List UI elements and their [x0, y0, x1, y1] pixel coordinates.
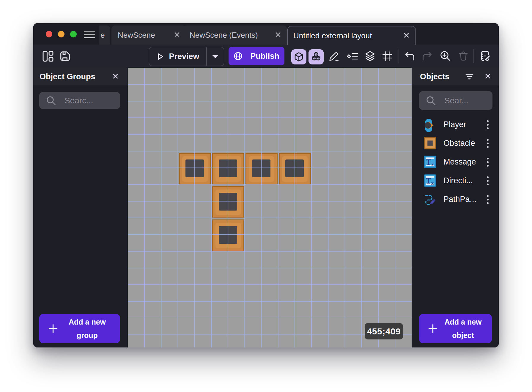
add-object-button[interactable]: Add a new object: [419, 314, 492, 343]
grid-overlay: [128, 68, 412, 347]
object-row-pathpa[interactable]: PathPa...: [412, 190, 499, 209]
kebab-menu-icon[interactable]: [486, 195, 489, 205]
edit-scene-properties-button[interactable]: [479, 50, 492, 63]
search-icon: [426, 96, 436, 106]
save-button[interactable]: [59, 50, 72, 63]
toolbar-separator: [399, 49, 399, 63]
tab-untitled-external-layout[interactable]: Untitled external layout: [287, 26, 416, 45]
object-row-obstacle[interactable]: Obstacle: [412, 134, 499, 153]
titlebar: e NewScene NewScene (Events) Untitled ex…: [33, 23, 499, 45]
publish-label: Publish: [250, 52, 279, 61]
text-object-icon: Tx: [424, 156, 437, 169]
svg-text:T: T: [426, 176, 431, 185]
player-icon: [424, 118, 437, 131]
tab-close-icon[interactable]: [275, 31, 282, 39]
tab-label: NewScene (Events): [190, 31, 258, 40]
instances-editor-toggle[interactable]: [309, 49, 324, 64]
toolbar-separator: [473, 49, 474, 63]
svg-text:T: T: [426, 158, 431, 167]
object-groups-search[interactable]: [39, 92, 120, 109]
scene-canvas[interactable]: 455;409: [128, 68, 412, 347]
delete-button[interactable]: [457, 50, 470, 63]
object-groups-panel: Object Groups Add a new group: [33, 68, 128, 347]
add-object-label: Add a new object: [438, 315, 492, 342]
layout-panels-button[interactable]: [41, 50, 54, 63]
page: e NewScene NewScene (Events) Untitled ex…: [0, 0, 532, 392]
tab-label: NewScene: [118, 31, 155, 40]
cursor-coordinates-badge: 455;409: [365, 323, 403, 339]
kebab-menu-icon[interactable]: [486, 176, 489, 186]
grid-button[interactable]: [381, 50, 394, 63]
objects-header: Objects: [412, 68, 499, 86]
play-icon: [156, 53, 164, 61]
text-object-icon: Tx: [424, 174, 437, 187]
content: Object Groups Add a new group 455;409 Ob…: [33, 68, 499, 347]
minimize-window-button[interactable]: [58, 31, 64, 37]
traffic-lights: [46, 31, 77, 37]
object-label: Directi...: [443, 176, 473, 185]
layers-button[interactable]: [363, 50, 377, 63]
gdevelop-window: e NewScene NewScene (Events) Untitled ex…: [33, 23, 499, 347]
path-painter-icon: [424, 193, 437, 206]
preview-dropdown-button[interactable]: [206, 47, 224, 66]
plus-icon: [48, 324, 58, 333]
kebab-menu-icon[interactable]: [486, 138, 489, 148]
object-label: Message: [443, 157, 476, 167]
object-row-directi[interactable]: TxDirecti...: [412, 171, 499, 190]
globe-icon: [234, 52, 243, 61]
object-groups-search-input[interactable]: [64, 96, 120, 105]
tab-newscene[interactable]: NewScene: [111, 26, 186, 45]
object-row-player[interactable]: Player: [412, 115, 499, 134]
tab-close-icon[interactable]: [174, 31, 181, 39]
preview-split-button: Preview: [149, 47, 224, 66]
close-window-button[interactable]: [46, 31, 52, 37]
svg-text:x: x: [431, 180, 434, 186]
objects-panel: Objects PlayerObstacleTxMessageTxDirecti…: [412, 68, 499, 347]
tab-partial-label: e: [100, 31, 105, 40]
objects-editor-toggle[interactable]: [291, 49, 306, 64]
preview-button[interactable]: Preview: [149, 47, 206, 66]
kebab-menu-icon[interactable]: [486, 157, 489, 167]
object-label: Player: [443, 120, 466, 129]
tab-close-icon[interactable]: [403, 32, 411, 39]
preview-label: Preview: [169, 52, 199, 61]
tab-label: Untitled external layout: [293, 31, 372, 40]
object-groups-header: Object Groups: [33, 68, 128, 86]
object-row-message[interactable]: TxMessage: [412, 153, 499, 171]
objects-search-input[interactable]: [444, 96, 492, 105]
objects-list: PlayerObstacleTxMessageTxDirecti...PathP…: [412, 115, 499, 209]
close-icon[interactable]: [484, 73, 492, 80]
instances-list-button[interactable]: [346, 50, 359, 63]
object-label: Obstacle: [443, 139, 475, 148]
edit-pencil-button[interactable]: [328, 50, 341, 63]
toolbar: Preview Publish: [33, 45, 499, 68]
add-group-label: Add a new group: [58, 315, 120, 342]
plus-icon: [428, 324, 438, 333]
add-group-button[interactable]: Add a new group: [39, 314, 120, 343]
objects-title: Objects: [420, 72, 449, 81]
search-icon: [46, 96, 56, 106]
zoom-window-button[interactable]: [70, 31, 77, 37]
objects-search[interactable]: [419, 91, 492, 110]
zoom-in-button[interactable]: [439, 50, 452, 63]
publish-button[interactable]: Publish: [229, 47, 284, 65]
object-label: PathPa...: [443, 195, 476, 204]
object-groups-title: Object Groups: [40, 72, 95, 81]
tab-newscene-events[interactable]: NewScene (Events): [183, 26, 287, 45]
redo-button[interactable]: [421, 50, 434, 63]
close-icon[interactable]: [112, 73, 120, 80]
tab-partial[interactable]: e: [99, 26, 110, 45]
obstacle-icon: [424, 137, 437, 150]
kebab-menu-icon[interactable]: [486, 120, 489, 130]
svg-text:x: x: [431, 162, 434, 167]
menu-hamburger-icon[interactable]: [84, 31, 95, 39]
undo-button[interactable]: [403, 50, 416, 63]
filter-icon[interactable]: [465, 73, 473, 80]
